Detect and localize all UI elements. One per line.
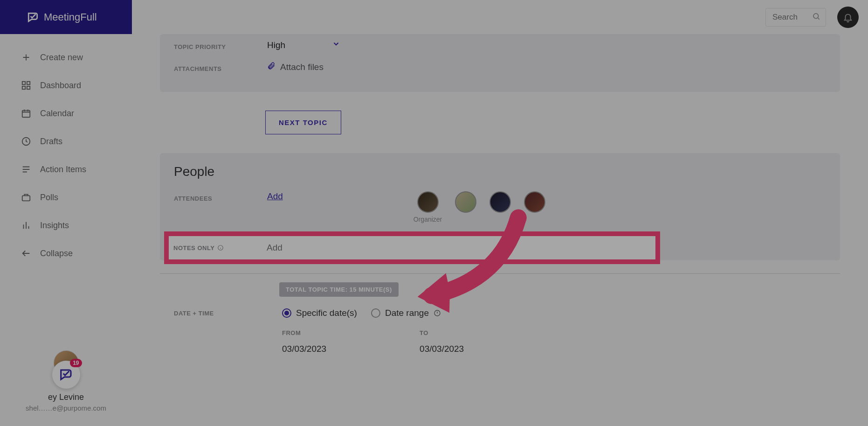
attendees-row: ATTENDEES Add Organizer: [160, 186, 840, 229]
attachments-label: ATTACHMENTS: [174, 62, 267, 72]
paperclip-icon: [267, 62, 276, 72]
nav-label: Dashboard: [40, 81, 81, 91]
organizer-label: Organizer: [413, 216, 442, 223]
search-box: [765, 8, 826, 27]
nav-dashboard[interactable]: Dashboard: [0, 71, 132, 99]
dashboard-icon: [21, 80, 32, 91]
nav-insights[interactable]: Insights: [0, 211, 132, 239]
svg-rect-6: [22, 196, 30, 201]
logo-icon: [27, 11, 39, 23]
topic-card: TOPIC PRIORITY High ATTACHMENTS Attach f…: [160, 34, 840, 92]
radio-icon: [371, 308, 380, 318]
nav-label: Insights: [40, 221, 69, 230]
people-title: People: [160, 153, 840, 186]
plus-icon: [21, 52, 32, 63]
badge-count: 19: [70, 359, 82, 367]
nav-label: Polls: [40, 193, 58, 203]
add-attendee-link[interactable]: Add: [267, 191, 283, 202]
attach-text: Attach files: [280, 62, 324, 72]
user-email: shel……e@purpome.com: [0, 404, 132, 412]
nav-collapse[interactable]: Collapse: [0, 239, 132, 267]
people-card: People ATTENDEES Add Organizer N: [160, 153, 840, 260]
from-date[interactable]: 03/03/2023: [282, 344, 326, 354]
nav-action-items[interactable]: Action Items: [0, 155, 132, 183]
attendee-avatars: Organizer: [413, 191, 545, 223]
datetime-section: TOTAL TOPIC TIME: 15 MINUTE(S) DATE + TI…: [160, 282, 840, 354]
calendar-icon: [21, 108, 32, 119]
radio-specific-dates[interactable]: Specific date(s): [282, 308, 357, 318]
nav-create-new[interactable]: Create new: [0, 43, 132, 71]
nav-label: Drafts: [40, 137, 62, 147]
nav-drafts[interactable]: Drafts: [0, 127, 132, 155]
notes-only-row: NOTES ONLY: [164, 235, 826, 260]
avatar[interactable]: [417, 191, 439, 213]
total-time-badge: TOTAL TOPIC TIME: 15 MINUTE(S): [279, 282, 399, 297]
arrow-left-icon: [21, 248, 32, 259]
nav-label: Calendar: [40, 109, 74, 119]
attach-files-link[interactable]: Attach files: [267, 62, 324, 72]
info-icon[interactable]: [434, 309, 441, 317]
priority-label: TOPIC PRIORITY: [174, 40, 267, 50]
user-footer: 19 ey Levine shel……e@purpome.com: [0, 350, 132, 412]
from-label: FROM: [282, 329, 326, 336]
poll-icon: [21, 192, 32, 203]
chevron-down-icon: [332, 40, 340, 50]
info-icon[interactable]: [217, 244, 224, 251]
datetime-row: DATE + TIME Specific date(s) Date range: [174, 308, 826, 318]
main-content: TOPIC PRIORITY High ATTACHMENTS Attach f…: [132, 34, 868, 426]
date-columns: FROM 03/03/2023 TO 03/03/2023: [282, 329, 826, 354]
priority-select[interactable]: High: [267, 40, 340, 50]
next-topic-wrap: NEXT TOPIC: [265, 111, 840, 134]
svg-rect-0: [22, 82, 25, 84]
clock-icon: [21, 136, 32, 147]
nav-list: Create new Dashboard Calendar Drafts Act…: [0, 34, 132, 267]
avatar[interactable]: [524, 191, 545, 213]
chart-icon: [21, 220, 32, 231]
notes-only-label: NOTES ONLY: [173, 244, 267, 251]
logo-bar[interactable]: MeetingFull: [0, 0, 132, 34]
attachments-row: ATTACHMENTS Attach files: [160, 56, 840, 78]
nav-label: Action Items: [40, 165, 86, 175]
to-date[interactable]: 03/03/2023: [420, 344, 464, 354]
app-badge[interactable]: 19: [52, 361, 80, 389]
nav-polls[interactable]: Polls: [0, 183, 132, 211]
svg-rect-4: [22, 111, 30, 118]
sidebar: MeetingFull Create new Dashboard Calenda…: [0, 0, 132, 426]
logo-text: MeetingFull: [44, 11, 97, 23]
to-column: TO 03/03/2023: [420, 329, 464, 354]
divider: [160, 273, 840, 274]
radio-icon: [282, 308, 291, 318]
nav-calendar[interactable]: Calendar: [0, 99, 132, 127]
priority-value: High: [267, 40, 285, 50]
attendees-label: ATTENDEES: [174, 191, 267, 202]
list-icon: [21, 164, 32, 175]
date-mode-radios: Specific date(s) Date range: [282, 308, 441, 318]
logo-small-icon: [59, 368, 73, 382]
bell-icon: [843, 12, 853, 22]
user-name: ey Levine: [0, 392, 132, 402]
radio-date-range[interactable]: Date range: [371, 308, 441, 318]
search-icon[interactable]: [812, 12, 820, 22]
nav-label: Collapse: [40, 249, 73, 258]
svg-rect-1: [27, 82, 30, 84]
avatar[interactable]: [455, 191, 476, 213]
to-label: TO: [420, 329, 464, 336]
svg-point-7: [813, 14, 819, 19]
notes-only-input[interactable]: [267, 243, 646, 253]
svg-rect-2: [22, 86, 25, 89]
next-topic-button[interactable]: NEXT TOPIC: [265, 111, 341, 134]
datetime-label: DATE + TIME: [174, 310, 282, 317]
avatar[interactable]: [489, 191, 511, 213]
nav-label: Create new: [40, 53, 83, 63]
priority-row: TOPIC PRIORITY High: [160, 34, 840, 56]
topbar: [132, 0, 868, 34]
svg-rect-3: [27, 86, 30, 89]
notifications-button[interactable]: [837, 7, 859, 28]
from-column: FROM 03/03/2023: [282, 329, 326, 354]
